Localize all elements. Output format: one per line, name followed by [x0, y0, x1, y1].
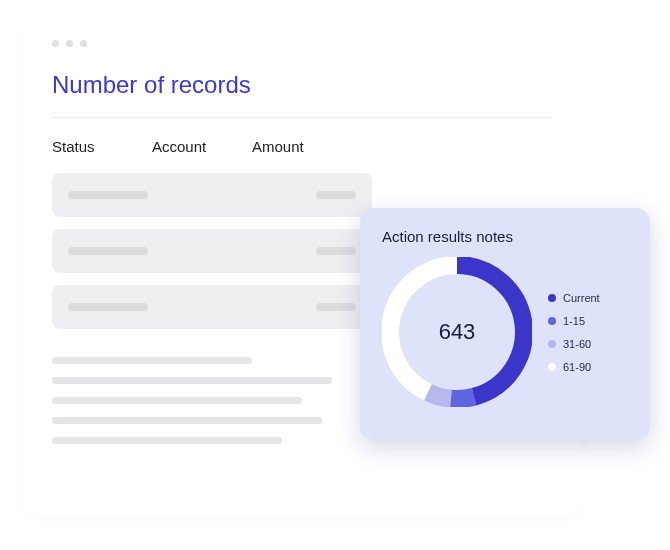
table-row — [52, 173, 372, 217]
placeholder-cell — [68, 247, 148, 255]
legend-item-1-15: 1-15 — [548, 315, 600, 327]
placeholder-line — [52, 417, 322, 424]
placeholder-line — [52, 377, 332, 384]
window-dot — [66, 40, 73, 47]
column-amount: Amount — [252, 138, 322, 155]
placeholder-cell — [316, 303, 356, 311]
legend-item-31-60: 31-60 — [548, 338, 600, 350]
column-account: Account — [152, 138, 222, 155]
divider — [52, 117, 552, 118]
table-row — [52, 229, 372, 273]
table-row — [52, 285, 372, 329]
legend-label: 31-60 — [563, 338, 591, 350]
placeholder-cell — [316, 191, 356, 199]
window-dot — [52, 40, 59, 47]
window-dot — [80, 40, 87, 47]
action-results-panel: Action results notes 643 Current 1- — [360, 208, 650, 440]
placeholder-line — [52, 357, 252, 364]
legend-label: 1-15 — [563, 315, 585, 327]
window-controls — [52, 40, 552, 47]
legend-item-61-90: 61-90 — [548, 361, 600, 373]
table-header: Status Account Amount — [52, 138, 552, 155]
legend-label: 61-90 — [563, 361, 591, 373]
donut-chart: 643 — [382, 257, 532, 407]
placeholder-line — [52, 397, 302, 404]
page-title: Number of records — [52, 71, 552, 99]
legend-label: Current — [563, 292, 600, 304]
legend-item-current: Current — [548, 292, 600, 304]
donut-center-value: 643 — [382, 257, 532, 407]
swatch-icon — [548, 294, 556, 302]
column-status: Status — [52, 138, 122, 155]
swatch-icon — [548, 340, 556, 348]
swatch-icon — [548, 317, 556, 325]
panel-body: 643 Current 1-15 31-60 61-90 — [382, 257, 628, 407]
placeholder-line — [52, 437, 282, 444]
swatch-icon — [548, 363, 556, 371]
panel-title: Action results notes — [382, 228, 628, 245]
placeholder-cell — [68, 303, 148, 311]
placeholder-cell — [316, 247, 356, 255]
placeholder-cell — [68, 191, 148, 199]
chart-legend: Current 1-15 31-60 61-90 — [548, 292, 600, 373]
